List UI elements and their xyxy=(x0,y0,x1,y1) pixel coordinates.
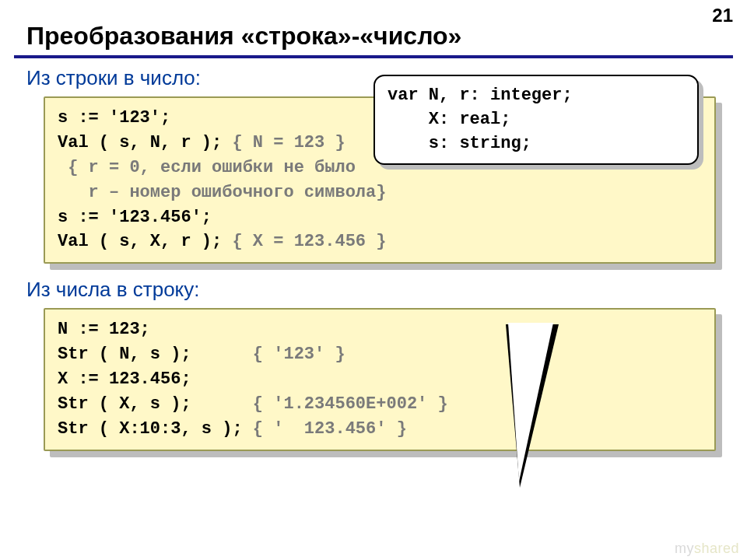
code2-line2-code: Str ( N, s ); xyxy=(58,345,253,364)
code2-line5-code: Str ( X:10:3, s ); xyxy=(58,419,253,439)
watermark-shared: shared xyxy=(694,541,739,556)
code2-line5-comment: { ' 123.456' } xyxy=(253,419,407,439)
code1-line6-comment: { X = 123.456 } xyxy=(232,232,386,251)
section-heading-2: Из числа в строку: xyxy=(26,278,747,302)
callout-line3: s: string; xyxy=(388,132,685,156)
code2-line4-code: Str ( X, s ); xyxy=(58,394,253,414)
title-rule xyxy=(14,55,733,58)
code2-line5: Str ( X:10:3, s ); { ' 123.456' } xyxy=(58,417,702,442)
code1-line6: Val ( s, X, r ); { X = 123.456 } xyxy=(58,229,702,254)
callout-line1: var N, r: integer; xyxy=(388,84,685,108)
code1-line2-code: Val ( s, N, r ); xyxy=(58,133,232,152)
code2-line4-comment: { '1.234560E+002' } xyxy=(253,394,448,414)
callout-var-declaration: var N, r: integer; X: real; s: string; xyxy=(374,75,699,165)
callout-line2: X: real; xyxy=(388,108,685,132)
watermark: myshared xyxy=(675,541,739,557)
callout-body: var N, r: integer; X: real; s: string; xyxy=(374,75,699,165)
code1-line2-comment: { N = 123 } xyxy=(232,133,345,152)
code2-line2-comment: { '123' } xyxy=(253,345,345,364)
code2-line3: X := 123.456; xyxy=(58,367,702,392)
page-number: 21 xyxy=(712,5,733,26)
code2-line2: Str ( N, s ); { '123' } xyxy=(58,342,702,367)
code1-line6-code: Val ( s, X, r ); xyxy=(58,232,232,251)
code2-line4: Str ( X, s ); { '1.234560E+002' } xyxy=(58,392,702,417)
page-title: Преобразования «строка»-«число» xyxy=(26,22,747,51)
code2-line1: N := 123; xyxy=(58,317,702,342)
code1-line5: s := '123.456'; xyxy=(58,205,702,230)
callout-tail-fill xyxy=(508,323,553,481)
watermark-my: my xyxy=(675,541,694,556)
code-block-2-body: N := 123; Str ( N, s ); { '123' } X := 1… xyxy=(44,308,716,450)
code-block-2: N := 123; Str ( N, s ); { '123' } X := 1… xyxy=(44,308,716,450)
code1-line4: r – номер ошибочного символа} xyxy=(58,180,702,205)
